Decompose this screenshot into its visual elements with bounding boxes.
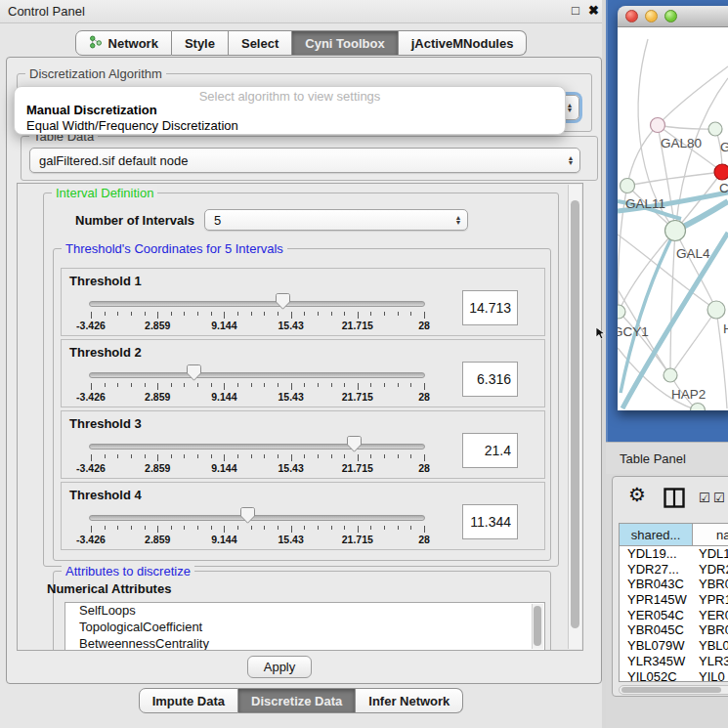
network-node[interactable] (618, 305, 625, 319)
table-row[interactable]: YPR145WYPR1 (620, 592, 728, 608)
tick-label: 21.715 (342, 534, 373, 545)
number-of-intervals-combobox[interactable]: 5 ▲▼ (204, 209, 468, 231)
tick-label: 2.859 (145, 534, 170, 545)
cell-shared-name[interactable]: YDL19... (620, 546, 693, 562)
threshold-2-block: Threshold 2-3.4262.8599.14415.4321.71528 (61, 339, 545, 407)
tab-network[interactable]: Network (75, 30, 172, 56)
tab-style[interactable]: Style (172, 30, 229, 56)
threshold-slider-track[interactable] (89, 515, 425, 521)
threshold-slider-thumb[interactable] (276, 293, 290, 310)
table-row[interactable]: YBL079WYBL0 (620, 638, 728, 654)
cell-shared-name[interactable]: YBL079W (620, 638, 693, 654)
algorithm-prompt-item: Select algorithm to view settings (15, 87, 565, 103)
tab-cyni-toolbox[interactable]: Cyni Toolbox (292, 30, 398, 56)
network-node[interactable] (664, 368, 677, 382)
algorithm-option-manual[interactable]: Manual Discretization (15, 103, 565, 118)
threshold-slider-thumb[interactable] (187, 364, 201, 381)
thresholds-group-label: Threshold's Coordinates for 5 Intervals (62, 241, 287, 256)
network-node[interactable] (665, 221, 686, 241)
cell-name[interactable]: YBL0 (693, 638, 728, 654)
checkbox-icon[interactable]: ☑ (713, 491, 725, 505)
column-header-shared-name[interactable]: shared... (620, 524, 693, 545)
threshold-3-block: Threshold 3-3.4262.8599.14415.4321.71528 (61, 410, 545, 479)
checkbox-icon[interactable]: ☑ (699, 491, 710, 505)
network-node[interactable] (707, 301, 725, 319)
cell-shared-name[interactable]: YLR345W (620, 654, 693, 669)
cell-name[interactable]: YIL0 (693, 669, 728, 683)
tab-infer-network[interactable]: Infer Network (356, 688, 463, 713)
network-view-frame: GAL80GCGAL11GAL4GCY1HHAP2 (606, 0, 728, 442)
scrollbar-thumb[interactable] (621, 687, 721, 693)
mouse-cursor (595, 326, 606, 345)
threshold-slider-thumb[interactable] (347, 436, 362, 452)
cell-name[interactable]: YBR0 (693, 577, 728, 592)
window-minimize-icon[interactable] (645, 10, 658, 22)
threshold-slider-track[interactable] (89, 301, 425, 307)
cell-shared-name[interactable]: YDR27... (620, 562, 693, 578)
table-row[interactable]: YLR345WYLR3 (620, 654, 728, 669)
attribute-item[interactable]: SelfLoops (65, 603, 544, 620)
network-node[interactable] (708, 122, 722, 136)
table-row[interactable]: YBR043CYBR0 (620, 577, 728, 592)
cell-name[interactable]: YBR0 (693, 622, 728, 638)
network-node[interactable] (714, 164, 728, 180)
table-data-combobox[interactable]: galFiltered.sif default node ▲▼ (29, 148, 580, 173)
table-row[interactable]: YIL052CYIL0 (620, 669, 728, 683)
gear-icon[interactable]: ⚙ (628, 483, 646, 506)
bottom-tab-bar: Impute DataDiscretize DataInfer Network (0, 688, 602, 713)
cell-name[interactable]: YDL1 (693, 546, 728, 562)
tab-select[interactable]: Select (229, 30, 292, 56)
columns-icon[interactable] (664, 488, 685, 512)
network-node[interactable] (691, 404, 706, 411)
cell-shared-name[interactable]: YBR045C (620, 622, 693, 638)
window-close-icon[interactable] (625, 10, 638, 22)
numerical-attributes-label: Numerical Attributes (47, 581, 171, 596)
table-row[interactable]: YDL19...YDL1 (620, 546, 728, 562)
cell-name[interactable]: YPR1 (693, 592, 728, 608)
cell-shared-name[interactable]: YIL052C (620, 669, 693, 683)
table-horizontal-scrollbar[interactable] (619, 685, 728, 695)
cell-shared-name[interactable]: YPR145W (620, 592, 693, 608)
threshold-slider-track[interactable] (89, 372, 425, 378)
close-icon[interactable]: ✖ (588, 3, 599, 18)
cell-name[interactable]: YDR2 (693, 562, 728, 578)
cell-name[interactable]: YLR3 (693, 654, 728, 669)
network-window-titlebar[interactable] (618, 6, 728, 27)
cell-name[interactable]: YER0 (693, 608, 728, 623)
tab-jactivemnodules[interactable]: jActiveMNodules (399, 30, 528, 56)
network-canvas[interactable]: GAL80GCGAL11GAL4GCY1HHAP2 (618, 27, 728, 410)
tab-impute-data[interactable]: Impute Data (139, 688, 238, 713)
apply-button[interactable]: Apply (247, 656, 312, 678)
float-window-icon[interactable]: □ (572, 3, 579, 18)
control-panel: Control Panel □ ✖ NetworkStyleSelectCyni… (0, 0, 602, 728)
table-row[interactable]: YBR045CYBR0 (620, 622, 728, 638)
cell-shared-name[interactable]: YER054C (620, 608, 693, 623)
interval-definition-label: Interval Definition (52, 186, 157, 200)
node-label: GAL80 (661, 136, 702, 150)
threshold-slider-thumb[interactable] (240, 507, 255, 524)
threshold-value-field[interactable] (462, 290, 518, 325)
algorithm-option-equal-width[interactable]: Equal Width/Frequency Discretization (15, 118, 565, 134)
cell-shared-name[interactable]: YBR043C (620, 577, 693, 592)
threshold-value-field[interactable] (462, 362, 518, 397)
numerical-attributes-list: SelfLoopsTopologicalCoefficientBetweenne… (64, 602, 545, 651)
table-row[interactable]: YER054CYER0 (620, 608, 728, 623)
network-node[interactable] (621, 179, 635, 193)
attributes-scrollbar[interactable] (532, 604, 543, 649)
scrollbar-thumb[interactable] (571, 200, 579, 628)
column-header-name[interactable]: na (693, 524, 728, 545)
table-row[interactable]: YDR27...YDR2 (620, 562, 728, 578)
window-zoom-icon[interactable] (664, 10, 677, 22)
settings-vertical-scrollbar[interactable] (568, 185, 581, 649)
threshold-slider-track[interactable] (89, 444, 425, 450)
tick-label: 15.43 (278, 534, 303, 545)
attribute-item[interactable]: TopologicalCoefficient (65, 620, 544, 636)
attribute-item[interactable]: BetweennessCentrality (65, 636, 544, 651)
settings-scroll-area: Interval Definition Number of Intervals … (17, 183, 583, 651)
tick-label: 28 (418, 320, 430, 331)
threshold-value-field[interactable] (462, 504, 518, 539)
network-node[interactable] (651, 118, 665, 133)
tab-discretize-data[interactable]: Discretize Data (238, 688, 356, 713)
panel-title: Control Panel (8, 4, 85, 19)
threshold-value-field[interactable] (462, 433, 518, 468)
